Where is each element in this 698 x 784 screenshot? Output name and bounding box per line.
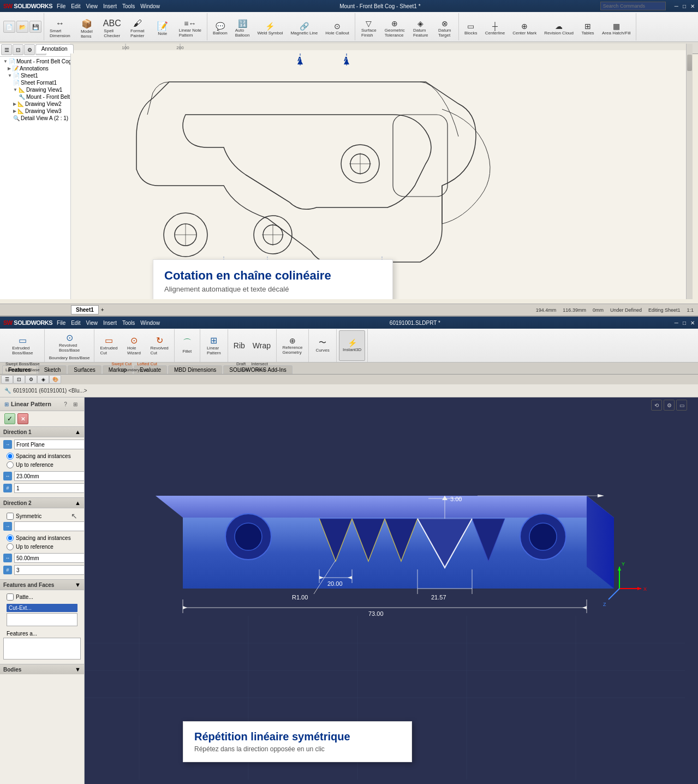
shell-btn[interactable]: Shell — [237, 367, 251, 373]
auto-balloon-btn[interactable]: 🔢 AutoBalloon — [232, 13, 253, 44]
tab-annotation[interactable]: Annotation — [35, 44, 74, 54]
drawing-area[interactable]: 100 200 — [71, 44, 693, 299]
configmanager-icon[interactable]: ⚙ — [24, 44, 35, 55]
menu-edit-bot[interactable]: Edit — [71, 320, 80, 326]
featuremanager-icon-bot[interactable]: ☰ — [1, 375, 13, 384]
swept-cut-btn[interactable]: Swept Cut — [109, 361, 134, 367]
hole-wizard-btn[interactable]: ⊙ HoleWizard — [122, 330, 146, 361]
viewport-3d[interactable]: 3.00 20.00 21.57 R1.00 — [85, 397, 698, 784]
search-input-top[interactable] — [600, 2, 666, 10]
mirror-btn[interactable]: Mirror — [252, 367, 267, 373]
smart-dimension-btn[interactable]: ↔ SmartDimension — [46, 13, 74, 44]
dir2-uptoref-radio-input[interactable] — [7, 543, 14, 550]
view-orient-icon[interactable]: ⟲ — [651, 400, 662, 411]
swept-boss-btn[interactable]: Swept Boss/Base — [3, 361, 42, 367]
view-settings-icon[interactable]: ⚙ — [664, 400, 675, 411]
tree-drawing-view3[interactable]: ▶ 📐 Drawing View3 — [1, 108, 69, 115]
dir1-spacing-input[interactable] — [14, 471, 85, 481]
dir2-spacing-input[interactable] — [14, 553, 85, 563]
geometric-tolerance-btn[interactable]: ⊕ GeometricTolerance — [381, 13, 408, 44]
centerline-btn[interactable]: ┼ Centerline — [482, 13, 508, 44]
menu-window[interactable]: Window — [140, 3, 160, 9]
expand-icon[interactable]: ⊞ — [71, 400, 80, 408]
win-maximize-bot[interactable]: □ — [683, 320, 686, 326]
intersect-btn[interactable]: Intersect — [249, 361, 270, 367]
menu-file-bot[interactable]: File — [57, 320, 65, 326]
fillet-btn[interactable]: ⌒ Fillet — [177, 330, 198, 361]
features-pattern-header[interactable]: Features and Faces ▼ — [0, 579, 84, 590]
ok-button[interactable]: ✓ — [4, 413, 15, 424]
menu-view-bot[interactable]: View — [86, 320, 98, 326]
balloon-btn[interactable]: 💬 Balloon — [210, 13, 231, 44]
tree-annotations[interactable]: ▶ 📝 Annotations — [1, 65, 69, 72]
instant3d-btn[interactable]: ⚡ Instant3D — [339, 330, 365, 361]
magnetic-line-btn[interactable]: 🔗 Magnetic Line — [287, 13, 321, 44]
win-minimize-bot[interactable]: ─ — [675, 320, 678, 326]
curves-btn[interactable]: 〜 Curves — [311, 330, 334, 361]
win-minimize-top[interactable]: ─ — [675, 3, 678, 9]
tab-surfaces[interactable]: Surfaces — [68, 365, 101, 374]
direction2-header[interactable]: Direction 2 ▲ — [0, 497, 84, 508]
bodies-header[interactable]: Bodies ▼ — [0, 664, 84, 674]
propertymanager-icon[interactable]: ⊡ — [13, 44, 23, 55]
dir2-ref-input[interactable] — [14, 521, 85, 531]
datum-feature-btn[interactable]: ◈ DatumFeature — [409, 13, 432, 44]
linear-note-pattern-btn[interactable]: ≡↔ Linear NotePattern — [176, 13, 205, 44]
tree-sheet1[interactable]: ▼ 📄 Sheet1 — [1, 72, 69, 79]
tree-drawing-view1[interactable]: ▼ 📐 Drawing View1 — [1, 86, 69, 93]
win-close-top[interactable]: ✕ — [690, 3, 695, 9]
win-maximize-top[interactable]: □ — [683, 3, 686, 9]
center-mark-btn[interactable]: ⊕ Center Mark — [509, 13, 540, 44]
tree-drawing-view2[interactable]: ▶ 📐 Drawing View2 — [1, 100, 69, 108]
scroll-thumb-top[interactable] — [687, 55, 692, 71]
boundary-cut-btn[interactable]: Boundary Cut — [119, 367, 150, 373]
tab-mbd[interactable]: MBD Dimensions — [168, 365, 222, 374]
question-icon[interactable]: ? — [61, 400, 70, 408]
symmetric-checkbox[interactable] — [7, 513, 14, 520]
pattern-checkbox[interactable] — [7, 593, 14, 601]
rib-btn[interactable]: Rib — [230, 330, 248, 361]
direction1-header[interactable]: Direction 1 ▲ — [0, 426, 84, 437]
cancel-button[interactable]: ✕ — [17, 413, 28, 424]
menu-window-bot[interactable]: Window — [140, 320, 160, 326]
revolved-cut-btn[interactable]: ↻ RevolvedCut — [147, 330, 171, 361]
lofted-boss-btn[interactable]: Lofted Boss/Base — [3, 367, 42, 373]
appearances-icon-bot[interactable]: 🎨 — [49, 375, 61, 384]
propertymanager-icon-bot[interactable]: ⊡ — [13, 375, 25, 384]
tree-root[interactable]: ▼ 📄 Mount - Front Belt Cog — [1, 58, 69, 65]
format-painter-btn[interactable]: 🖌 FormatPainter — [126, 13, 150, 44]
spell-checker-btn[interactable]: ABC SpellChecker — [100, 13, 124, 44]
featuremanager-icon[interactable]: ☰ — [1, 44, 12, 55]
revision-cloud-btn[interactable]: ☁ Revision Cloud — [541, 13, 577, 44]
surface-finish-btn[interactable]: ▽ SurfaceFinish — [357, 13, 380, 44]
configmanager-icon-bot[interactable]: ⚙ — [25, 375, 37, 384]
menu-insert-bot[interactable]: Insert — [103, 320, 117, 326]
note-btn[interactable]: 📝 Note — [151, 13, 175, 44]
dir1-uptoref-radio-input[interactable] — [7, 461, 14, 468]
save-btn[interactable]: 💾 — [29, 21, 41, 33]
menu-tools-bot[interactable]: Tools — [122, 320, 135, 326]
menu-insert[interactable]: Insert — [103, 3, 117, 9]
new-btn[interactable]: 📄 — [3, 21, 15, 33]
win-close-bot[interactable]: ✕ — [690, 320, 695, 326]
hole-callout-btn[interactable]: ⊙ Hole Callout — [322, 13, 353, 44]
features-to-skip-input[interactable] — [3, 638, 81, 660]
wrap-btn[interactable]: Wrap — [249, 330, 274, 361]
tree-mount-part[interactable]: 🔧 Mount - Front Belt Cog-... — [1, 93, 69, 100]
extruded-boss-btn[interactable]: ▭ ExtrudedBoss/Base — [9, 330, 36, 361]
linear-pattern-btn[interactable]: ⊞ LinearPattern — [202, 330, 225, 361]
tab-sketch-bot[interactable]: Sketch — [38, 365, 67, 374]
tree-sheet-format1[interactable]: 📄 Sheet Format1 — [1, 79, 69, 86]
menu-edit[interactable]: Edit — [71, 3, 80, 9]
revolved-boss-btn[interactable]: ⊙ RevolvedBoss/Base — [56, 330, 83, 355]
displaymanager-icon-bot[interactable]: ◈ — [37, 375, 49, 384]
dir2-spacing-radio-input[interactable] — [7, 534, 14, 542]
datum-target-btn[interactable]: ⊗ DatumTarget — [433, 13, 456, 44]
scrollbar-v-top[interactable] — [686, 44, 693, 299]
ref-geometry-btn[interactable]: ⊕ ReferenceGeometry — [279, 330, 306, 361]
weld-symbol-btn[interactable]: ⚡ Weld Symbol — [254, 13, 286, 44]
area-hatch-btn[interactable]: ▦ Area Hatch/Fill — [599, 13, 634, 44]
lofted-cut-btn[interactable]: Lofted Cut — [135, 361, 159, 367]
dir1-spacing-radio-input[interactable] — [7, 453, 14, 460]
blocks-btn[interactable]: ▭ Blocks — [461, 13, 481, 44]
